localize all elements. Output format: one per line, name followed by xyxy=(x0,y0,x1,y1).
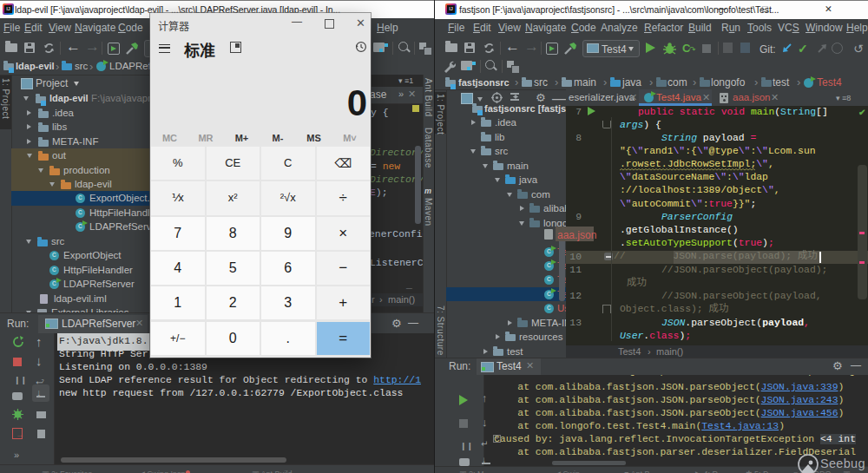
svg-text:Seebug: Seebug xyxy=(820,457,865,470)
